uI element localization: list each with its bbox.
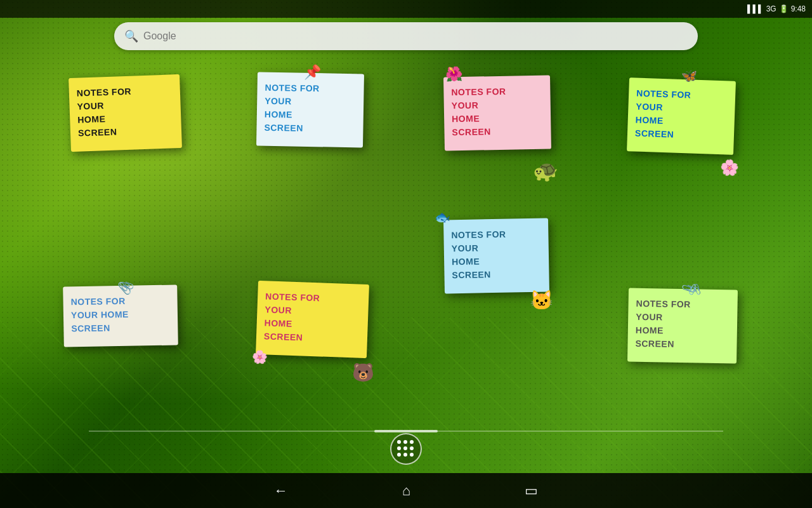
sticker-2: 🐻: [352, 362, 374, 383]
sticker-1: 🐱: [530, 289, 553, 311]
note-decoration-5: 🌸: [252, 349, 268, 364]
time-label: 9:48: [791, 4, 806, 13]
sticky-note-3[interactable]: NOTES FOR YOUR HOME SCREEN: [627, 77, 736, 155]
recent-button[interactable]: ▭: [525, 483, 538, 499]
app-drawer-button[interactable]: [390, 433, 422, 465]
note-decoration-3: 🦋: [681, 68, 697, 83]
search-input[interactable]: [143, 30, 688, 42]
nav-bar: ← ⌂ ▭: [0, 473, 812, 508]
dot: [403, 453, 407, 457]
sticker-0: 🐢: [533, 159, 558, 183]
dot: [397, 440, 401, 444]
dot: [397, 446, 401, 450]
note-text-1: NOTES FOR YOUR HOME SCREEN: [264, 81, 356, 137]
dot: [410, 453, 414, 457]
back-button[interactable]: ←: [274, 483, 288, 499]
signal-icon: ▌▌▌: [747, 4, 764, 13]
note-decoration-1: 📌: [304, 64, 321, 81]
note-text-2: NOTES FOR YOUR HOME SCREEN: [451, 84, 543, 140]
sticky-note-1[interactable]: NOTES FOR YOUR HOME SCREEN: [256, 72, 364, 148]
dot: [397, 453, 401, 457]
status-bar: ▌▌▌ 3G 🔋 9:48: [0, 0, 812, 18]
note-text-5: NOTES FOR YOUR HOME SCREEN: [264, 290, 362, 346]
dot: [403, 446, 407, 450]
sticker-3: 🌸: [720, 159, 739, 177]
home-button[interactable]: ⌂: [402, 483, 410, 499]
signal-label: 3G: [766, 4, 776, 13]
green-note-clip: 🖇️: [688, 283, 701, 295]
dot: [410, 440, 414, 444]
sticky-note-2[interactable]: NOTES FOR YOUR HOME SCREEN: [443, 76, 551, 151]
search-bar[interactable]: 🔍: [114, 22, 698, 50]
sticky-note-0[interactable]: NOTES FOR YOUR HOME SCREEN: [69, 74, 182, 152]
dot: [403, 440, 407, 444]
note-decoration-6: 🐟: [435, 210, 450, 225]
page-indicator: [89, 431, 723, 432]
status-icons: ▌▌▌ 3G 🔋 9:48: [747, 4, 806, 13]
note-text-3: NOTES FOR YOUR HOME SCREEN: [635, 87, 728, 144]
white-note-clip: 📎: [117, 281, 131, 295]
note-decoration-2: 🌺: [445, 66, 462, 83]
note-text-4: NOTES FOR YOUR HOME SCREEN: [70, 294, 170, 336]
note-text-7: NOTES FOR YOUR HOME SCREEN: [635, 297, 730, 352]
battery-icon: 🔋: [779, 4, 789, 13]
note-text-6: NOTES FOR YOUR HOME SCREEN: [451, 227, 541, 282]
sticky-note-7[interactable]: NOTES FOR YOUR HOME SCREEN: [627, 288, 738, 364]
search-icon: 🔍: [124, 29, 138, 43]
dot: [410, 446, 414, 450]
sticky-note-5[interactable]: NOTES FOR YOUR HOME SCREEN: [256, 281, 369, 358]
note-text-0: NOTES FOR YOUR HOME SCREEN: [77, 83, 174, 140]
dots-grid: [397, 440, 415, 458]
sticky-note-6[interactable]: NOTES FOR YOUR HOME SCREEN: [443, 218, 549, 294]
